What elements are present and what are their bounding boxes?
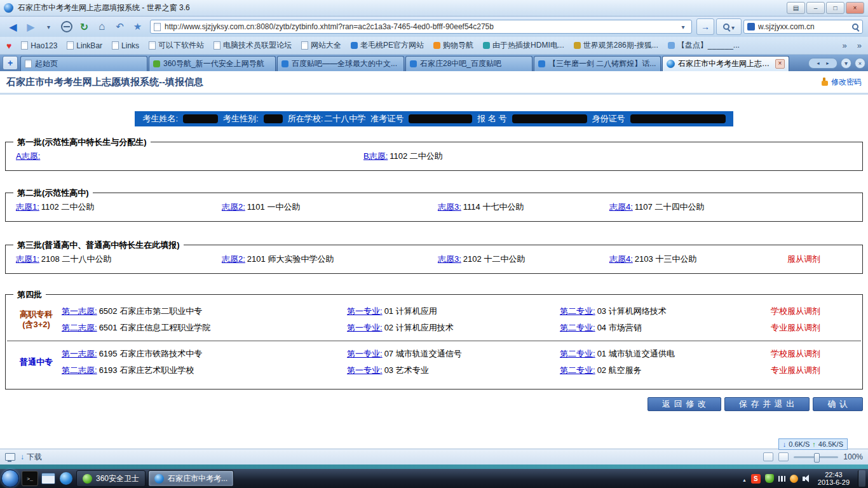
download-indicator[interactable]: 下载	[20, 452, 42, 463]
bookmark-label: 【盘点】______...	[677, 40, 740, 51]
tab-scroll-control[interactable]	[808, 58, 837, 69]
return-modify-button[interactable]: 返 回 修 改	[648, 397, 721, 411]
url-text: http://www.sjzjyksy.com.cn:8080/zytb/zyt…	[165, 22, 678, 31]
major-value: 03 艺术专业	[384, 365, 429, 375]
batch-4-title: 第四批	[13, 289, 46, 301]
bookmark-item[interactable]: 老毛桃PE官方网站	[351, 40, 424, 51]
bookmark-item[interactable]: 【盘点】______...	[668, 40, 740, 51]
search-engine-menu-button[interactable]	[716, 18, 742, 35]
change-password-label: 修改密码	[831, 77, 862, 88]
save-exit-button[interactable]: 保 存 并 退 出	[724, 397, 810, 411]
speaker-icon[interactable]	[803, 477, 805, 481]
bookmark-item[interactable]: 世界观第286期-搜狐...	[574, 40, 658, 51]
network-signal-icon[interactable]	[778, 476, 785, 482]
zoom-slider-thumb[interactable]	[814, 453, 820, 463]
lock-icon	[822, 81, 828, 86]
history-dropdown-button[interactable]	[41, 19, 57, 34]
zoom-slider[interactable]	[794, 456, 838, 458]
speed-badge: 0.6K/S 46.5K/S	[778, 438, 848, 450]
taskbar-app-360[interactable]: 360安全卫士	[76, 470, 146, 487]
volunteer-label: 第二志愿:	[62, 323, 97, 332]
bookmark-item[interactable]: LinkBar	[67, 41, 102, 50]
sogou-tray-icon[interactable]	[751, 474, 761, 484]
forward-button[interactable]	[23, 19, 39, 34]
volunteer-value: 6195 石家庄市铁路技术中专	[99, 349, 203, 358]
360-tray-icon[interactable]	[765, 474, 774, 483]
scroll-right-icon[interactable]	[825, 61, 830, 65]
status-tool-icon[interactable]	[763, 452, 773, 461]
address-bar[interactable]: http://www.sjzjyksy.com.cn:8080/zytb/zyt…	[150, 20, 692, 34]
volunteer-label: 志愿2:	[222, 202, 245, 212]
major-label: 第一专业:	[347, 365, 383, 375]
bookmarks-bar: Hao123 LinkBar Links 可以下软件站 电脑技术员联盟论坛 网站…	[0, 37, 868, 55]
tray-clock[interactable]: 22:43 2013-6-29	[818, 471, 850, 486]
close-tabs-button[interactable]	[855, 58, 865, 69]
search-go-icon[interactable]	[852, 24, 859, 30]
favorites-heart-icon[interactable]	[6, 41, 11, 51]
search-input[interactable]: w.sjzjyxx.com.cn	[758, 22, 849, 31]
window-menu-button[interactable]	[787, 2, 805, 14]
bookmark-favicon	[67, 41, 74, 50]
tab-close-icon[interactable]	[775, 59, 785, 69]
navigation-toolbar: http://www.sjzjyksy.com.cn:8080/zytb/zyt…	[0, 17, 868, 37]
speedball-tray-icon[interactable]	[790, 475, 798, 483]
bookmark-label: 世界观第286期-搜狐...	[583, 40, 658, 51]
window-icon	[41, 473, 55, 484]
pinned-terminal-icon[interactable]: >_	[22, 471, 38, 486]
taskbar-app-browser[interactable]: 石家庄市中考考...	[148, 470, 234, 487]
tab-start-page[interactable]: 起始页	[20, 56, 147, 71]
undo-close-button[interactable]	[112, 19, 128, 34]
bookmark-item[interactable]: 网站大全	[301, 40, 341, 51]
major-value: 01 计算机应用	[384, 306, 437, 316]
bookmark-label: 由于热插拔HDMI电...	[492, 40, 564, 51]
favorites-button[interactable]	[130, 19, 146, 34]
show-desktop-button[interactable]	[858, 470, 865, 487]
tab-list-button[interactable]	[841, 58, 851, 69]
home-button[interactable]	[94, 19, 110, 34]
tray-expand-button[interactable]	[742, 473, 747, 484]
confirm-button[interactable]: 确 认	[813, 397, 863, 411]
close-button[interactable]	[846, 2, 864, 14]
go-button[interactable]	[696, 18, 714, 35]
tab-favicon	[153, 60, 160, 67]
bookmarks-overflow-button[interactable]	[843, 41, 847, 50]
scroll-left-icon[interactable]	[816, 61, 820, 65]
tab-zhiyuan-system[interactable]: 石家庄市中考考生网上志愿填...	[662, 56, 789, 71]
bookmark-item[interactable]: 可以下软件站	[149, 40, 204, 51]
id-number-label: 身份证号	[592, 113, 625, 125]
major-label: 第二专业:	[560, 349, 595, 358]
bookmark-item[interactable]: 由于热插拔HDMI电...	[483, 40, 564, 51]
back-button[interactable]	[5, 19, 21, 34]
change-password-link[interactable]: 修改密码	[822, 77, 862, 88]
volunteer-label: A志愿:	[16, 151, 40, 161]
bookmark-item[interactable]: Hao123	[21, 41, 57, 50]
volunteer-value: 2102 十二中公助	[463, 254, 526, 264]
tab-sjz-28-tieba[interactable]: 石家庄28中吧_百度贴吧	[405, 56, 532, 71]
major-label: 第一专业:	[347, 323, 383, 332]
volunteer-field: 志愿2:1101 一中公助	[222, 201, 300, 213]
volunteer-field: B志愿:1102 二中公助	[363, 151, 443, 162]
minimize-button[interactable]	[806, 2, 825, 14]
pinned-browser-icon[interactable]	[58, 471, 74, 485]
status-tool-icon[interactable]	[778, 452, 789, 461]
toolbar-overflow-button[interactable]	[857, 41, 862, 50]
stop-button[interactable]	[58, 19, 74, 34]
tab-baidu-tieba[interactable]: 百度贴吧——全球最大的中文...	[277, 56, 404, 71]
bookmark-favicon	[433, 42, 440, 49]
pinned-explorer-icon[interactable]	[41, 471, 56, 485]
vocational-college-group: 高职专科 (含3+2) 第一志愿:6502 石家庄市第二职业中专 第一专业:01…	[6, 300, 862, 339]
search-box[interactable]: w.sjzjyxx.com.cn	[743, 20, 863, 34]
refresh-button[interactable]	[76, 19, 92, 34]
tab-360-nav[interactable]: 360导航_新一代安全上网导航	[149, 56, 276, 71]
maximize-button[interactable]	[826, 2, 844, 14]
bookmark-item[interactable]: 电脑技术员联盟论坛	[214, 40, 292, 51]
batch-2-title: 第二批(示范性高中)	[13, 187, 93, 199]
url-dropdown-button[interactable]	[678, 20, 688, 34]
bookmark-item[interactable]: Links	[112, 41, 139, 50]
action-buttons: 返 回 修 改 保 存 并 退 出 确 认	[5, 397, 863, 411]
new-tab-button[interactable]	[3, 56, 18, 70]
start-button[interactable]	[1, 470, 19, 487]
volunteer-field: 第一志愿:6195 石家庄市铁路技术中专	[62, 348, 202, 360]
tab-tieba-post[interactable]: 【三年磨一剑 二八铸辉煌】话...	[534, 56, 661, 71]
bookmark-item[interactable]: 购物导航	[433, 40, 473, 51]
